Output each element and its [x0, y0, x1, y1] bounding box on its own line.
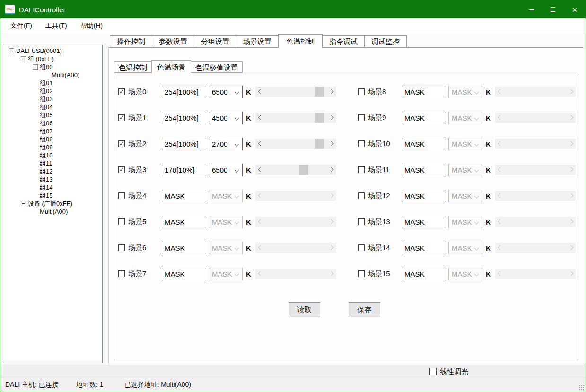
- scrollbar-thumb[interactable]: [299, 165, 308, 175]
- scene-level-input[interactable]: [162, 216, 206, 228]
- scene-checkbox[interactable]: [358, 114, 365, 121]
- scrollbar-thumb[interactable]: [315, 139, 324, 149]
- read-button[interactable]: 读取: [289, 302, 320, 317]
- scene-level-input[interactable]: [402, 190, 446, 202]
- scene-level-input[interactable]: [162, 138, 206, 150]
- scene-level-input[interactable]: [402, 268, 446, 280]
- tree-item[interactable]: 组14: [3, 183, 102, 192]
- scene-level-input[interactable]: [402, 164, 446, 176]
- scene-level-input[interactable]: [162, 112, 206, 124]
- scene-checkbox[interactable]: [358, 218, 365, 225]
- tree-item[interactable]: DALI USB(0001): [3, 47, 102, 55]
- tree-item[interactable]: 组 (0xFF): [3, 55, 102, 63]
- scene-level-input[interactable]: [162, 242, 206, 254]
- tree-item[interactable]: 组11: [3, 159, 102, 167]
- scene-checkbox[interactable]: [358, 192, 365, 199]
- scene-checkbox[interactable]: [118, 114, 125, 121]
- temperature-scrollbar[interactable]: [255, 165, 336, 175]
- tree-item[interactable]: Multi(A00): [3, 208, 102, 216]
- scene-temperature-dropdown[interactable]: 4500: [209, 112, 243, 124]
- collapse-icon[interactable]: [33, 64, 38, 70]
- tree-item[interactable]: 组15: [3, 192, 102, 200]
- resize-grip-icon[interactable]: [579, 385, 584, 390]
- temperature-scrollbar[interactable]: [255, 139, 336, 149]
- menu-item[interactable]: 文件(F): [4, 18, 39, 34]
- tab-6[interactable]: 指令调试: [322, 35, 365, 47]
- scene-level-input[interactable]: [402, 242, 446, 254]
- scene-row: 场景11MASKK: [358, 163, 576, 176]
- scene-level-input[interactable]: [162, 86, 206, 98]
- menu-item[interactable]: 工具(T): [39, 18, 74, 34]
- tab-4[interactable]: 场景设置: [236, 35, 279, 47]
- scroll-right-icon[interactable]: [329, 141, 333, 146]
- subtab-3[interactable]: 色温极值设置: [191, 61, 243, 73]
- tree-item[interactable]: 组06: [3, 119, 102, 127]
- scene-checkbox[interactable]: [358, 166, 365, 173]
- tree-item[interactable]: 组00: [3, 63, 102, 71]
- tab-3[interactable]: 分组设置: [194, 35, 236, 47]
- scene-level-input[interactable]: [402, 138, 446, 150]
- scrollbar-thumb[interactable]: [315, 113, 324, 123]
- scene-checkbox[interactable]: [118, 140, 125, 147]
- minimize-button[interactable]: [520, 0, 542, 18]
- tab-2[interactable]: 参数设置: [152, 35, 194, 47]
- scene-checkbox[interactable]: [118, 166, 125, 173]
- scene-level-input[interactable]: [162, 164, 206, 176]
- scene-checkbox[interactable]: [118, 192, 125, 199]
- tree-item[interactable]: 组12: [3, 167, 102, 175]
- tree-item[interactable]: 组07: [3, 127, 102, 135]
- scene-checkbox[interactable]: [118, 244, 125, 251]
- subtab-1[interactable]: 色温控制: [114, 61, 152, 73]
- scroll-right-icon[interactable]: [329, 167, 333, 172]
- scene-temperature-dropdown[interactable]: 6500: [209, 86, 243, 98]
- tree-item[interactable]: Multi(A00): [3, 71, 102, 79]
- tab-7[interactable]: 调试监控: [364, 35, 407, 47]
- scene-level-input[interactable]: [402, 112, 446, 124]
- tree-item[interactable]: 组10: [3, 151, 102, 159]
- scene-checkbox[interactable]: [118, 270, 125, 277]
- scene-temperature-dropdown[interactable]: 6500: [209, 164, 243, 176]
- scrollbar-thumb[interactable]: [315, 87, 324, 97]
- scene-checkbox[interactable]: [118, 88, 125, 95]
- scene-label: 场景15: [368, 270, 402, 279]
- scroll-left-icon[interactable]: [258, 115, 262, 120]
- scroll-left-icon[interactable]: [258, 89, 262, 94]
- collapse-icon[interactable]: [9, 48, 14, 53]
- scene-level-input[interactable]: [162, 268, 206, 280]
- scroll-right-icon[interactable]: [329, 115, 333, 120]
- scroll-left-icon[interactable]: [258, 141, 262, 146]
- scene-checkbox[interactable]: [358, 270, 365, 277]
- scene-checkbox[interactable]: [118, 218, 125, 225]
- temperature-scrollbar[interactable]: [255, 87, 336, 97]
- scene-level-input[interactable]: [402, 86, 446, 98]
- menu-item[interactable]: 帮助(H): [74, 18, 109, 34]
- collapse-icon[interactable]: [21, 201, 26, 206]
- close-icon: ×: [572, 5, 577, 14]
- tree-item[interactable]: 组04: [3, 103, 102, 111]
- tree-item[interactable]: 组05: [3, 111, 102, 119]
- tree-item[interactable]: 组03: [3, 95, 102, 103]
- save-button[interactable]: 保存: [349, 302, 380, 317]
- scroll-right-icon[interactable]: [329, 89, 333, 94]
- tree-item[interactable]: 组01: [3, 79, 102, 87]
- maximize-button[interactable]: [542, 0, 564, 18]
- scene-level-input[interactable]: [162, 190, 206, 202]
- tree-item[interactable]: 组02: [3, 87, 102, 95]
- scene-level-input[interactable]: [402, 216, 446, 228]
- scene-temperature-dropdown[interactable]: 2700: [209, 138, 243, 150]
- tree-item[interactable]: 组08: [3, 135, 102, 143]
- tab-5[interactable]: 色温控制: [278, 34, 323, 48]
- tree-item[interactable]: 设备 (广播0xFF): [3, 200, 102, 208]
- scene-checkbox[interactable]: [358, 88, 365, 95]
- temperature-scrollbar[interactable]: [255, 113, 336, 123]
- tab-1[interactable]: 操作控制: [110, 35, 152, 47]
- tree-item[interactable]: 组13: [3, 175, 102, 183]
- tree-item[interactable]: 组09: [3, 143, 102, 151]
- linear-dimming-checkbox[interactable]: [429, 368, 437, 375]
- scroll-left-icon[interactable]: [258, 167, 262, 172]
- collapse-icon[interactable]: [21, 56, 26, 61]
- close-button[interactable]: ×: [564, 0, 586, 18]
- scene-checkbox[interactable]: [358, 244, 365, 251]
- subtab-2[interactable]: 色温场景: [151, 60, 191, 73]
- scene-checkbox[interactable]: [358, 140, 365, 147]
